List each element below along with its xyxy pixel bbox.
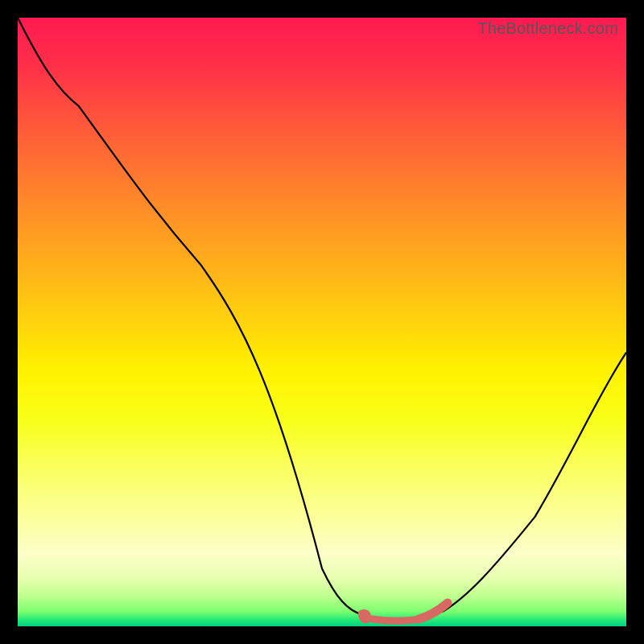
curve-layer [18,18,626,626]
chart-frame: TheBottleneck.com [0,0,644,644]
bottleneck-curve [18,18,626,620]
plot-area: TheBottleneck.com [18,18,626,626]
highlight-rise [419,603,448,619]
highlight-flat [372,619,420,621]
